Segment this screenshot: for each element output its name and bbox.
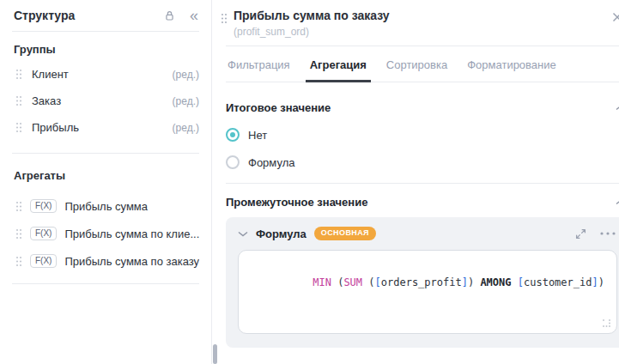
aggregate-item-label: Прибыль сумма по клие...	[64, 228, 199, 240]
radio-option-formula[interactable]: Формула	[226, 155, 619, 169]
aggregate-item[interactable]: F(X) Прибыль сумма по заказу	[0, 247, 211, 275]
expand-icon[interactable]	[574, 228, 587, 240]
field-settings-panel: Прибыль сумма по заказу (profit_sum_ord)…	[212, 0, 619, 364]
edit-hint[interactable]: (ред.)	[173, 122, 199, 134]
total-value-section-header: Итоговое значение	[226, 82, 619, 114]
formula-card: Формула ОСНОВНАЯ	[226, 217, 619, 348]
formula-code-editor[interactable]: MIN (SUM ([orders_profit]) AMONG [custom…	[238, 250, 617, 334]
radio-label: Нет	[248, 129, 267, 142]
formula-badge: F(X)	[30, 199, 57, 213]
main-formula-badge: ОСНОВНАЯ	[314, 227, 376, 240]
tab-filtering[interactable]: Фильтрация	[226, 46, 292, 82]
formula-card-actions	[574, 228, 617, 240]
total-value-heading: Итоговое значение	[226, 101, 331, 114]
radio-label: Формула	[248, 156, 294, 169]
sidebar-title: Структура	[14, 9, 149, 22]
structure-sidebar: Структура « Группы Клиент (ред.)	[0, 0, 212, 364]
settings-tabs: Фильтрация Агрегация Сортировка Форматир…	[226, 46, 619, 82]
lock-icon[interactable]	[163, 9, 176, 22]
formula-code: MIN (SUM ([orders_profit]) AMONG [custom…	[313, 276, 604, 288]
aggregate-item[interactable]: F(X) Прибыль сумма	[0, 192, 211, 220]
formula-card-header: Формула ОСНОВНАЯ	[226, 217, 619, 248]
formula-badge: F(X)	[30, 254, 57, 268]
more-options-icon[interactable]	[600, 232, 616, 235]
drag-handle-icon[interactable]	[15, 256, 22, 267]
group-item-label: Прибыль	[32, 121, 163, 134]
drag-handle-icon[interactable]	[15, 122, 22, 133]
drag-handle-icon[interactable]	[15, 69, 22, 80]
intermediate-value-section-header: Промежуточное значение	[226, 184, 619, 209]
resize-grip-icon[interactable]	[603, 319, 610, 327]
aggregate-item[interactable]: F(X) Прибыль сумма по клие...	[0, 220, 211, 247]
group-item[interactable]: Клиент (ред.)	[0, 61, 211, 88]
dataset-field-editor: Структура « Группы Клиент (ред.)	[0, 0, 619, 364]
collapse-sidebar-icon[interactable]: «	[190, 8, 198, 23]
tab-aggregation[interactable]: Агрегация	[308, 46, 368, 82]
chevron-down-icon[interactable]	[238, 231, 248, 237]
panel-content: Итоговое значение Нет Формула Промежуточ…	[212, 82, 619, 364]
radio-selected-icon[interactable]	[226, 128, 240, 142]
drag-handle-icon[interactable]	[221, 13, 228, 24]
groups-heading: Группы	[0, 32, 211, 56]
group-item-label: Заказ	[32, 94, 163, 107]
panel-titles: Прибыль сумма по заказу (profit_sum_ord)	[234, 9, 606, 38]
groups-list: Клиент (ред.) Заказ (ред.) Прибыль (ред.…	[0, 61, 211, 141]
edit-hint[interactable]: (ред.)	[173, 95, 199, 107]
group-item[interactable]: Прибыль (ред.)	[0, 114, 211, 141]
sidebar-header: Структура «	[0, 0, 211, 31]
formula-badge: F(X)	[30, 227, 57, 240]
field-source-name: (profit_sum_ord)	[234, 26, 606, 38]
scrollbar-thumb[interactable]	[213, 344, 217, 364]
intermediate-value-heading: Промежуточное значение	[226, 196, 367, 209]
drag-handle-icon[interactable]	[15, 201, 22, 212]
aggregates-heading: Агрегаты	[0, 154, 211, 182]
panel-header: Прибыль сумма по заказу (profit_sum_ord)	[212, 0, 619, 46]
chevron-up-icon[interactable]	[616, 105, 619, 111]
drag-handle-icon[interactable]	[15, 228, 22, 240]
field-title: Прибыль сумма по заказу	[234, 9, 606, 22]
group-item-label: Клиент	[32, 68, 163, 81]
close-icon[interactable]	[612, 12, 619, 22]
aggregate-item-label: Прибыль сумма	[64, 200, 199, 213]
radio-unselected-icon[interactable]	[226, 155, 240, 169]
tab-sorting[interactable]: Сортировка	[385, 46, 449, 82]
aggregate-item-label: Прибыль сумма по заказу	[64, 255, 199, 268]
divider	[12, 283, 199, 284]
tab-formatting[interactable]: Форматирование	[465, 46, 558, 82]
edit-hint[interactable]: (ред.)	[173, 69, 199, 81]
radio-option-none[interactable]: Нет	[226, 128, 619, 142]
drag-handle-icon[interactable]	[15, 95, 22, 106]
aggregates-list: F(X) Прибыль сумма F(X) Прибыль сумма по…	[0, 192, 211, 275]
group-item[interactable]: Заказ (ред.)	[0, 88, 211, 114]
total-value-options: Нет Формула	[226, 128, 619, 169]
formula-card-title: Формула	[256, 228, 306, 240]
chevron-up-icon[interactable]	[616, 199, 619, 205]
